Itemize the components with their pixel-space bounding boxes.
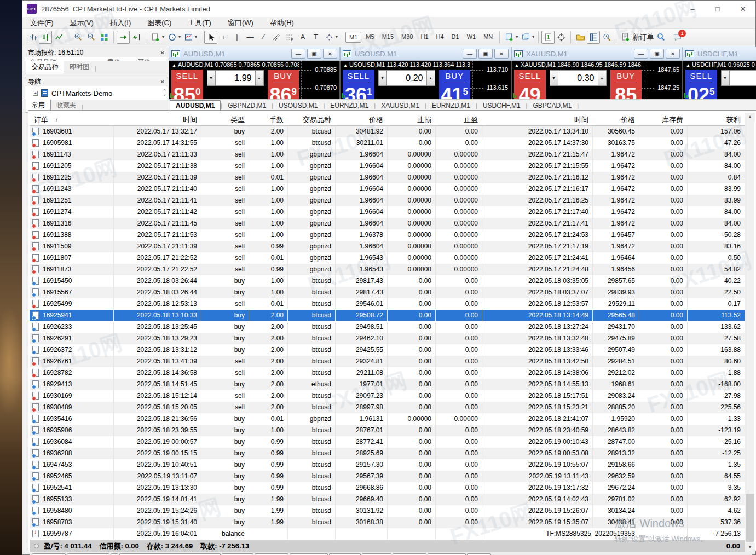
- bar-chart-icon[interactable]: [26, 31, 39, 44]
- chart-titlebar[interactable]: XAUUSD,M1 — ▣ ✕: [511, 47, 683, 61]
- table-row[interactable]: 169584802022.05.19 15:24:26buy1.99btcusd…: [30, 505, 745, 517]
- timeframe-w1[interactable]: W1: [464, 32, 480, 43]
- table-header[interactable]: 订单/时间类型手数交易品种价格止损止盈时间价格库存费获利: [30, 113, 745, 126]
- chart-body[interactable]: ▲USOUSD,M1 113.420 113.420 113.364 113.3…: [340, 61, 511, 99]
- table-row[interactable]: 169036012022.05.17 13:32:17buy2.00btcusd…: [30, 126, 745, 137]
- table-row[interactable]: 169254992022.05.18 12:53:13sell0.01btcus…: [30, 298, 745, 310]
- table-row[interactable]: 169154502022.05.18 03:26:44buy1.00btcusd…: [30, 275, 745, 287]
- timeframe-d1[interactable]: D1: [448, 32, 463, 43]
- timeframe-m30[interactable]: M30: [398, 32, 416, 43]
- table-row[interactable]: 169360842022.05.19 00:00:57buy0.99btcusd…: [30, 436, 745, 448]
- account-node[interactable]: CPTMarkets-Demo: [51, 89, 112, 97]
- timeframe-m15[interactable]: M15: [379, 32, 397, 43]
- chart-tab-4[interactable]: XAUUSD,M1: [376, 101, 425, 111]
- chart-template-icon[interactable]: [182, 31, 195, 44]
- column-header-11[interactable]: 获利: [687, 113, 745, 125]
- chart-shift-icon[interactable]: [130, 31, 143, 44]
- chart-close-icon[interactable]: ✕: [666, 49, 680, 59]
- column-header-8[interactable]: 时间: [482, 113, 592, 125]
- chart-minimize-icon[interactable]: —: [463, 49, 477, 59]
- cursor-icon[interactable]: [204, 31, 217, 44]
- timeframe-h4[interactable]: H4: [433, 32, 447, 43]
- volume-input[interactable]: 1.99: [216, 70, 255, 86]
- chart-titlebar[interactable]: AUDUSD,M1 — ▣ ✕: [169, 47, 340, 61]
- table-row[interactable]: 169262912022.05.18 13:29:23buy2.00btcusd…: [30, 333, 745, 344]
- volume-down-icon[interactable]: ▼: [207, 70, 216, 86]
- chat-icon[interactable]: 1: [671, 31, 684, 44]
- new-order-icon[interactable]: [619, 31, 632, 44]
- table-row[interactable]: 169294132022.05.18 14:51:45buy2.00ethusd…: [30, 379, 745, 390]
- volume-down-icon[interactable]: ▼: [721, 70, 730, 86]
- table-row[interactable]: 169059812022.05.17 14:31:55sell1.00btcus…: [30, 137, 745, 149]
- table-row[interactable]: 169111432022.05.17 21:11:33sell1.00gbpnz…: [30, 149, 745, 160]
- table-row[interactable]: 169267612022.05.18 13:41:39sell2.00btcus…: [30, 356, 745, 367]
- tree-scroll-icons[interactable]: ˄˅: [163, 88, 166, 97]
- menu-item-1[interactable]: 显示(V): [70, 18, 94, 28]
- search-icon[interactable]: [654, 31, 667, 44]
- table-row[interactable]: 169474532022.05.19 10:40:51buy0.99btcusd…: [30, 459, 745, 471]
- column-header-4[interactable]: 交易品种: [287, 113, 335, 125]
- volume-up-icon[interactable]: ▲: [598, 70, 607, 86]
- chart-minimize-icon[interactable]: —: [291, 49, 305, 59]
- chart-restore-icon[interactable]: ▣: [307, 49, 321, 59]
- volume-input[interactable]: 0.30: [558, 70, 598, 86]
- table-row[interactable]: 169354162022.05.18 21:36:56buy0.01gbpnzd…: [30, 413, 745, 425]
- table-row[interactable]: 169155672022.05.18 03:26:44buy1.00btcusd…: [30, 287, 745, 298]
- chart-period-icon[interactable]: [165, 31, 178, 44]
- favorites-folder-icon[interactable]: [574, 31, 587, 44]
- scroll-down-icon[interactable]: ▼: [745, 543, 755, 552]
- chart-tab-3[interactable]: EURNZD,M1: [325, 101, 374, 111]
- timeframe-mn[interactable]: MN: [480, 32, 496, 43]
- buy-button[interactable]: BUY 415: [439, 70, 471, 99]
- buy-button[interactable]: BUY 85: [610, 70, 642, 99]
- auto-scroll-icon[interactable]: [117, 31, 130, 44]
- menu-item-0[interactable]: 文件(F): [30, 18, 54, 28]
- volume-down-icon[interactable]: ▼: [550, 70, 558, 86]
- table-row[interactable]: 169263722022.05.18 13:31:12buy2.00btcusd…: [30, 344, 745, 356]
- menu-item-3[interactable]: 图表(C): [147, 18, 171, 28]
- market-watch-tab-0[interactable]: 交易品种: [26, 60, 64, 74]
- chart-tab-5[interactable]: EURNZD,M1: [426, 101, 476, 111]
- new-chart-icon[interactable]: [149, 31, 162, 44]
- chart-body[interactable]: ▲XAUUSD,M1 1846.90 1846.95 1846.59 1846.…: [511, 61, 683, 99]
- table-row[interactable]: 169359062022.05.18 23:39:55buy1.00btcusd…: [30, 425, 745, 436]
- menu-item-2[interactable]: 插入(I): [110, 18, 131, 28]
- menu-item-4[interactable]: 工具(T): [188, 18, 211, 28]
- sell-button[interactable]: SELL 850: [171, 70, 203, 99]
- candlestick-chart-icon[interactable]: [39, 31, 52, 44]
- table-row[interactable]: 169287822022.05.18 14:36:58sell2.00btcus…: [30, 367, 745, 379]
- column-header-7[interactable]: 止盈: [435, 113, 482, 125]
- chart-titlebar[interactable]: USOUSD,M1 — ▣ ✕: [340, 47, 511, 61]
- balance-row[interactable]: 169597872022.05.19 16:04:01balanceTF:MS2…: [30, 528, 745, 540]
- column-header-9[interactable]: 价格: [592, 113, 639, 125]
- buy-button[interactable]: BUY 869: [268, 70, 299, 99]
- table-row[interactable]: 169524652022.05.19 13:11:07buy0.99btcusd…: [30, 471, 745, 482]
- table-row[interactable]: 169115092022.05.17 21:11:39sell0.99gbpnz…: [30, 241, 745, 252]
- scrollbar-thumb[interactable]: [746, 494, 754, 542]
- table-row[interactable]: 169113162022.05.17 21:11:45sell1.00gbpnz…: [30, 218, 745, 229]
- column-header-5[interactable]: 价格: [335, 113, 387, 125]
- volume-input[interactable]: [730, 70, 756, 86]
- chart-tab-6[interactable]: USDCHF,M1: [477, 101, 526, 111]
- table-row[interactable]: 169118072022.05.17 21:22:52sell0.01gbpnz…: [30, 252, 745, 264]
- sell-button[interactable]: SELL 025: [685, 70, 717, 99]
- close-button[interactable]: ✕: [730, 1, 755, 17]
- minimize-button[interactable]: –: [680, 1, 705, 17]
- chart-close-icon[interactable]: ✕: [323, 49, 337, 59]
- volume-up-icon[interactable]: ▲: [255, 70, 264, 86]
- column-header-3[interactable]: 手数: [249, 113, 287, 125]
- column-header-1[interactable]: 时间: [113, 113, 201, 125]
- vertical-scrollbar[interactable]: ▲ ▼: [745, 113, 754, 552]
- chart-tab-2[interactable]: USOUSD,M1: [273, 101, 323, 111]
- chart-close-icon[interactable]: ✕: [494, 49, 509, 59]
- scale-fix-icon[interactable]: [541, 31, 555, 44]
- table-row[interactable]: 169262332022.05.18 13:25:45buy2.00btcusd…: [30, 321, 745, 333]
- timeframe-m5[interactable]: M5: [362, 32, 377, 43]
- chart-restore-icon[interactable]: ▣: [478, 49, 493, 59]
- column-header-10[interactable]: 库存费: [639, 113, 687, 125]
- table-row[interactable]: 169118732022.05.17 21:22:52sell0.99gbpnz…: [30, 264, 745, 275]
- table-row[interactable]: 169587032022.05.19 15:31:40buy1.99btcusd…: [30, 517, 745, 528]
- trendline-icon[interactable]: ∕: [257, 31, 270, 44]
- chart-body[interactable]: ▲USDCHF,M1 0.96025 0 SELL 025 ▼ ▲: [683, 61, 756, 99]
- table-row[interactable]: 169113882022.05.17 21:11:53sell1.00gbpnz…: [30, 229, 745, 241]
